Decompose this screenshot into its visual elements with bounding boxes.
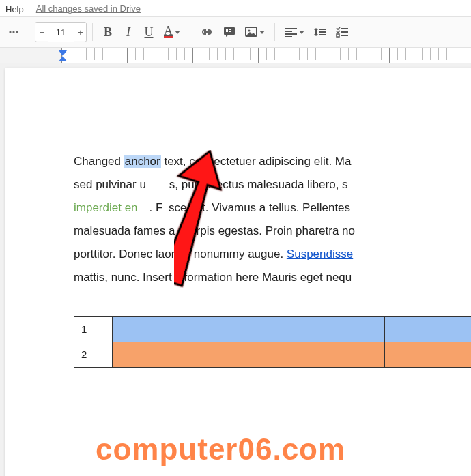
first-line-indent-marker[interactable] (59, 50, 67, 56)
italic-icon: I (126, 25, 130, 40)
chevron-down-icon (299, 31, 304, 34)
table-cell-selected[interactable] (385, 342, 472, 368)
svg-rect-17 (341, 31, 348, 33)
link-icon (200, 27, 214, 37)
hyperlink[interactable]: Suspendisse (287, 248, 353, 261)
insert-comment-button[interactable] (219, 22, 240, 42)
table-cell-selected[interactable] (113, 317, 203, 342)
align-left-icon (285, 27, 297, 37)
line-spacing-button[interactable] (310, 22, 330, 42)
underline-icon: U (145, 25, 154, 40)
paragraph-line[interactable]: porttitor. Donec laoreexnonummy augue. S… (74, 243, 471, 266)
chevron-down-icon (259, 31, 265, 34)
table-cell-selected[interactable] (294, 317, 385, 342)
svg-rect-19 (337, 34, 339, 37)
separator (92, 23, 93, 41)
separator (190, 23, 190, 41)
table-cell-selected[interactable] (385, 317, 472, 342)
paragraph-line[interactable]: imperdiet enxx. Fxsce est. Vivamus a tel… (74, 196, 471, 220)
svg-rect-5 (229, 31, 231, 32)
image-icon (245, 27, 257, 38)
table-cell-selected[interactable] (203, 342, 294, 368)
svg-point-1 (12, 31, 14, 33)
document-body[interactable]: Changed anchor text, consectetuer adipis… (74, 150, 471, 368)
separator (274, 23, 275, 41)
text: sce est. Vivamus a tellus. Pellentes (169, 201, 350, 214)
text: nonummy augue. (194, 248, 287, 261)
table-cell-selected[interactable] (203, 317, 294, 342)
svg-rect-15 (319, 34, 326, 35)
text-color-icon: A (164, 27, 173, 38)
table-cell[interactable]: 1 (74, 317, 113, 342)
save-status[interactable]: All changes saved in Drive (36, 3, 141, 14)
more-icon (8, 27, 19, 38)
table-cell-selected[interactable] (294, 342, 385, 368)
insert-image-button[interactable] (241, 22, 269, 42)
svg-rect-14 (319, 31, 326, 33)
ruler-major-ticks (61, 48, 471, 63)
text: turpis egestas. Proin pharetra no (186, 224, 355, 237)
svg-rect-4 (229, 29, 231, 30)
italic-button[interactable]: I (119, 22, 138, 42)
svg-rect-6 (226, 29, 228, 32)
checklist-icon (336, 27, 348, 38)
paragraph-line[interactable]: sed pulvinar uxxxxs, purus lectus malesu… (74, 173, 471, 196)
svg-point-2 (16, 31, 18, 33)
svg-rect-11 (285, 33, 297, 35)
svg-point-8 (248, 30, 251, 32)
font-size-increase[interactable]: + (74, 23, 86, 41)
toolbar: − + B I U A (0, 16, 471, 48)
line-spacing-icon (314, 27, 326, 38)
svg-rect-16 (341, 28, 348, 29)
font-size-input[interactable] (48, 23, 74, 42)
svg-rect-10 (285, 31, 292, 32)
text: sed pulvinar u (74, 178, 146, 191)
paragraph-line[interactable]: malesuada fames axxturpis egestas. Proin… (74, 220, 471, 243)
text: porttitor. Donec laoree (74, 248, 188, 261)
text-green: imperdiet en (74, 201, 138, 214)
more-left-button[interactable] (4, 22, 23, 42)
bold-icon: B (104, 25, 112, 40)
svg-point-0 (9, 31, 11, 33)
ruler-margin (0, 48, 61, 64)
underline-button[interactable]: U (139, 22, 158, 42)
menubar: Help All changes saved in Drive (0, 0, 471, 16)
bold-button[interactable]: B (98, 22, 117, 42)
svg-rect-9 (285, 28, 297, 29)
selected-text: anchor (124, 155, 161, 168)
table-cell[interactable]: 2 (74, 342, 113, 368)
font-size-stepper[interactable]: − + (35, 22, 87, 42)
page[interactable]: Changed anchor text, consectetuer adipis… (5, 68, 471, 476)
svg-rect-18 (341, 35, 348, 36)
separator (29, 23, 29, 41)
table-row[interactable]: 1 (74, 317, 472, 342)
svg-rect-12 (285, 36, 292, 37)
svg-rect-13 (319, 29, 326, 30)
text: text, consectetuer adipiscing elit. Ma (161, 155, 352, 168)
insert-link-button[interactable] (196, 22, 218, 42)
text: . F (149, 201, 163, 214)
text: mattis, nunc. Insert information here Ma… (74, 271, 352, 284)
table[interactable]: 1 2 (74, 316, 471, 368)
table-cell-selected[interactable] (113, 342, 203, 368)
chevron-down-icon (175, 31, 180, 34)
paragraph-line[interactable]: Changed anchor text, consectetuer adipis… (74, 150, 471, 173)
font-size-decrease[interactable]: − (35, 23, 48, 41)
table-row[interactable]: 2 (74, 342, 472, 368)
text-color-button[interactable]: A (160, 22, 184, 42)
comment-icon (223, 27, 235, 38)
left-indent-marker[interactable] (59, 56, 67, 61)
menu-help[interactable]: Help (5, 4, 24, 14)
text: malesuada fames a (74, 224, 175, 237)
text: Changed (74, 155, 124, 168)
align-button[interactable] (281, 22, 309, 42)
document-canvas: Changed anchor text, consectetuer adipis… (0, 63, 471, 476)
text: s, purus lectus malesuada libero, s (169, 178, 348, 191)
list-button[interactable] (332, 22, 352, 42)
paragraph-line[interactable]: mattis, nunc. Insert information here Ma… (74, 266, 471, 289)
